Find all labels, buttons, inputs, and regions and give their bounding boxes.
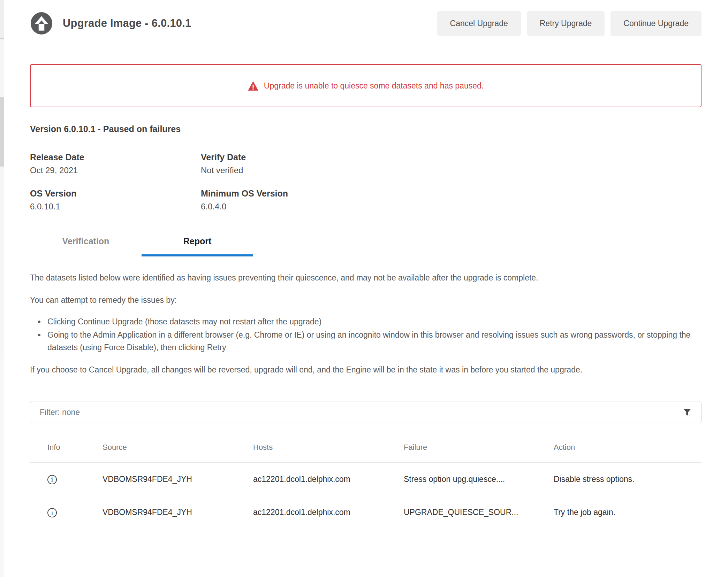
column-header-hosts: Hosts [250, 432, 400, 463]
failures-table: Info Source Hosts Failure Action i VDBOM… [30, 432, 702, 529]
info-icon[interactable]: i [47, 508, 57, 517]
cancel-upgrade-button[interactable]: Cancel Upgrade [437, 11, 521, 36]
version-status-heading: Version 6.0.10.1 - Paused on failures [30, 124, 702, 134]
tab-report[interactable]: Report [142, 231, 253, 256]
upgrade-dialog: Upgrade Image - 6.0.10.1 Cancel Upgrade … [4, 0, 728, 577]
field-os-version: OS Version 6.0.10.1 [30, 189, 201, 211]
tab-report-label: Report [183, 236, 212, 246]
warning-triangle-icon [248, 81, 258, 91]
field-label: Release Date [30, 152, 201, 162]
tab-bar: Verification Report [30, 231, 702, 256]
header-actions: Cancel Upgrade Retry Upgrade Continue Up… [437, 11, 702, 36]
info-cell: i [30, 463, 99, 496]
upgrade-arrow-icon [30, 12, 53, 35]
table-body: i VDBOMSR94FDE4_JYH ac12201.dcol1.delphi… [30, 463, 702, 529]
report-remedy-lead: You can attempt to remedy the issues by: [30, 294, 702, 306]
field-release-date: Release Date Oct 29, 2021 [30, 152, 201, 175]
field-label: Verify Date [201, 152, 702, 162]
field-value: Oct 29, 2021 [30, 166, 201, 175]
failure-cell: UPGRADE_QUIESCE_SOUR... [400, 496, 550, 529]
hosts-cell: ac12201.dcol1.delphix.com [250, 496, 400, 529]
field-value: 6.0.10.1 [30, 202, 201, 211]
filter-value: Filter: none [40, 408, 80, 417]
column-header-info: Info [30, 432, 99, 463]
tab-verification[interactable]: Verification [30, 231, 142, 256]
retry-upgrade-button[interactable]: Retry Upgrade [527, 11, 605, 36]
dialog-header: Upgrade Image - 6.0.10.1 Cancel Upgrade … [30, 10, 702, 36]
field-verify-date: Verify Date Not verified [201, 152, 702, 175]
action-cell: Try the job again. [550, 496, 702, 529]
funnel-icon [683, 408, 692, 417]
remedy-item: Clicking Continue Upgrade (those dataset… [45, 315, 702, 328]
report-panel: The datasets listed below were identifie… [30, 271, 702, 376]
field-minimum-os-version: Minimum OS Version 6.0.4.0 [201, 189, 702, 211]
field-label: OS Version [30, 189, 201, 199]
action-cell: Disable stress options. [550, 463, 702, 496]
left-edge-panel [0, 0, 4, 577]
error-banner-message: Upgrade is unable to quiesce some datase… [264, 81, 484, 91]
info-icon[interactable]: i [47, 475, 57, 484]
active-tab-indicator [142, 254, 253, 256]
remedy-item: Going to the Admin Application in a diff… [45, 329, 702, 354]
version-fields: Release Date Oct 29, 2021 Verify Date No… [30, 152, 702, 211]
page-title: Upgrade Image - 6.0.10.1 [63, 17, 191, 30]
table-header-row: Info Source Hosts Failure Action [30, 432, 702, 463]
table-row: i VDBOMSR94FDE4_JYH ac12201.dcol1.delphi… [30, 463, 702, 496]
column-header-action: Action [550, 432, 702, 463]
table-header: Info Source Hosts Failure Action [30, 432, 702, 463]
error-banner: Upgrade is unable to quiesce some datase… [30, 64, 702, 107]
continue-upgrade-button[interactable]: Continue Upgrade [611, 11, 702, 36]
left-edge-top-segment [0, 0, 4, 38]
cancel-note-text: If you choose to Cancel Upgrade, all cha… [30, 363, 685, 376]
info-cell: i [30, 496, 99, 529]
filter-input[interactable]: Filter: none [30, 401, 702, 423]
field-value: Not verified [201, 166, 702, 175]
hosts-cell: ac12201.dcol1.delphix.com [250, 463, 400, 496]
scrollbar-track [0, 39, 4, 353]
remedy-list: Clicking Continue Upgrade (those dataset… [30, 315, 702, 354]
column-header-failure: Failure [400, 432, 550, 463]
failure-cell: Stress option upg.quiesce.... [400, 463, 550, 496]
field-value: 6.0.4.0 [201, 202, 702, 211]
scrollbar-thumb[interactable] [0, 97, 4, 167]
table-row: i VDBOMSR94FDE4_JYH ac12201.dcol1.delphi… [30, 496, 702, 529]
field-label: Minimum OS Version [201, 189, 702, 199]
column-header-source: Source [99, 432, 250, 463]
report-intro-text: The datasets listed below were identifie… [30, 271, 702, 284]
source-cell: VDBOMSR94FDE4_JYH [99, 463, 250, 496]
source-cell: VDBOMSR94FDE4_JYH [99, 496, 250, 529]
